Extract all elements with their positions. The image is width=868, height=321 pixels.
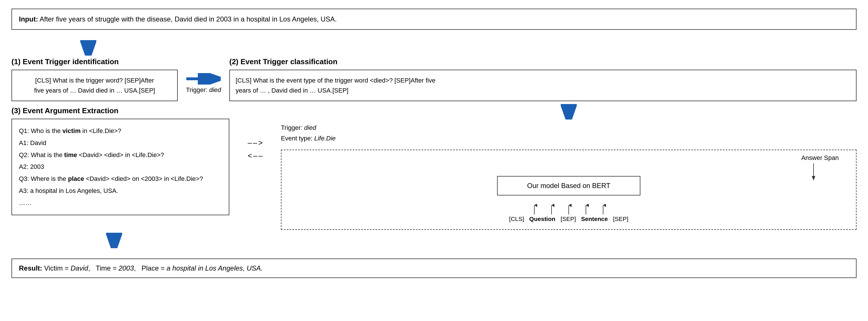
up-arrow-cls xyxy=(531,204,537,214)
input-label: Input: xyxy=(19,15,38,23)
bert-label-sep1: [SEP] xyxy=(560,216,576,222)
section-1-line-1: [CLS] What is the trigger word? [SEP]Aft… xyxy=(18,75,172,86)
dashed-arrow-left: < – – xyxy=(248,151,262,160)
section-3-right: Trigger: died Event type: Life.Die Answe… xyxy=(281,104,857,230)
s3-q2-bold: time xyxy=(64,151,77,159)
s3-q1-bold: victim xyxy=(62,127,81,134)
bert-diagram: Answer Span Our model Based on BERT xyxy=(281,150,857,230)
s3-a3: A3: a hospital in Los Angeles, USA. xyxy=(19,185,222,197)
up-arrow-sep2 xyxy=(600,204,606,214)
section-1-box: [CLS] What is the trigger word? [SEP]Aft… xyxy=(11,70,178,101)
horiz-arrow-1: Trigger: died xyxy=(178,57,229,94)
svg-marker-5 xyxy=(212,75,221,83)
up-arrow-q xyxy=(549,204,554,214)
bert-label-sep2: [SEP] xyxy=(613,216,628,222)
svg-marker-19 xyxy=(109,243,119,248)
s3-q2: Q2: What is the time <David> <died> in <… xyxy=(19,149,222,161)
bert-model-box: Our model Based on BERT xyxy=(497,176,641,195)
section-2-line-2: years of … , David died in … USA.[SEP] xyxy=(236,86,850,95)
svg-marker-2 xyxy=(83,51,93,56)
s3-q1: Q1: Who is the victim in <Life.Die>? xyxy=(19,125,222,137)
dashed-arrow-right: – – > xyxy=(248,138,262,147)
section-1-wrap: (1) Event Trigger identification [CLS] W… xyxy=(11,57,178,101)
result-box: Result: Victim = David, Time = 2003, Pla… xyxy=(11,259,857,278)
dashed-arrows-area: – – > < – – xyxy=(229,104,281,160)
trigger-word-1: died xyxy=(209,86,221,93)
up-arrow-sent xyxy=(583,204,589,214)
bert-label-sentence: Sentence xyxy=(581,216,608,222)
s3-q3-bold: place xyxy=(68,175,84,182)
down-arrow-svg-3 xyxy=(106,233,122,248)
section-3-left: (3) Event Argument Extraction Q1: Who is… xyxy=(11,104,229,215)
trigger-label-1: Trigger: died xyxy=(186,86,221,94)
bert-labels: [CLS] Question [SEP] Sentence [SEP] xyxy=(288,216,849,222)
down-arrow-svg-2 xyxy=(561,104,577,120)
section-3-title: (3) Event Argument Extraction xyxy=(11,106,229,115)
section-2-line-1: [CLS] What is the event type of the trig… xyxy=(236,75,850,86)
result-time: 2003 xyxy=(119,264,134,272)
answer-span-arrow-svg xyxy=(811,163,816,181)
result-label: Result: xyxy=(19,264,42,272)
section-3-box: Q1: Who is the victim in <Life.Die>? A1:… xyxy=(11,119,229,215)
section-2-title: (2) Event Trigger classification xyxy=(229,57,857,66)
s3-a1: A1: David xyxy=(19,137,222,149)
trigger-info-trigger: Trigger: died xyxy=(281,122,857,133)
s3-a2: A2: 2003 xyxy=(19,161,222,173)
arrow-input-to-s1 xyxy=(11,40,857,56)
arrow-to-result xyxy=(11,233,857,248)
section-1-title: (1) Event Trigger identification xyxy=(11,57,178,66)
bert-model-label: Our model Based on BERT xyxy=(527,182,610,189)
trigger-info: Trigger: died Event type: Life.Die xyxy=(281,122,857,144)
section-2-box: [CLS] What is the event type of the trig… xyxy=(229,70,857,101)
section-1-line-2: five years of … David died in … USA.[SEP… xyxy=(18,86,172,95)
result-victim: David xyxy=(70,264,88,272)
input-text: After five years of struggle with the di… xyxy=(39,15,337,23)
section-3-row: (3) Event Argument Extraction Q1: Who is… xyxy=(11,104,857,230)
sections-1-2-row: (1) Event Trigger identification [CLS] W… xyxy=(11,57,857,101)
arrow-s2-down xyxy=(281,104,857,120)
answer-span-label: Answer Span xyxy=(801,154,839,162)
trigger-info-event-type: Event type: Life.Die xyxy=(281,133,857,143)
svg-marker-8 xyxy=(564,115,574,120)
answer-span-arrow xyxy=(811,163,816,182)
result-place: a hospital in Los Angeles, USA. xyxy=(166,264,262,272)
input-box: Input: After five years of struggle with… xyxy=(11,9,857,30)
diagram-container: Input: After five years of struggle with… xyxy=(11,9,857,278)
up-arrow-sep1 xyxy=(566,204,571,214)
bert-label-question: Question xyxy=(529,216,555,222)
right-arrow-svg-1 xyxy=(186,73,221,85)
s3-ellipsis: …… xyxy=(19,197,222,209)
bert-up-arrows xyxy=(288,204,849,214)
down-arrow-svg-1 xyxy=(80,40,96,56)
s3-q3: Q3: Where is the place <David> <died> on… xyxy=(19,173,222,185)
result-text: Victim = David, Time = 2003, Place = a h… xyxy=(44,264,262,272)
section-2-wrap: (2) Event Trigger classification [CLS] W… xyxy=(229,57,857,101)
bert-label-cls: [CLS] xyxy=(509,216,524,222)
